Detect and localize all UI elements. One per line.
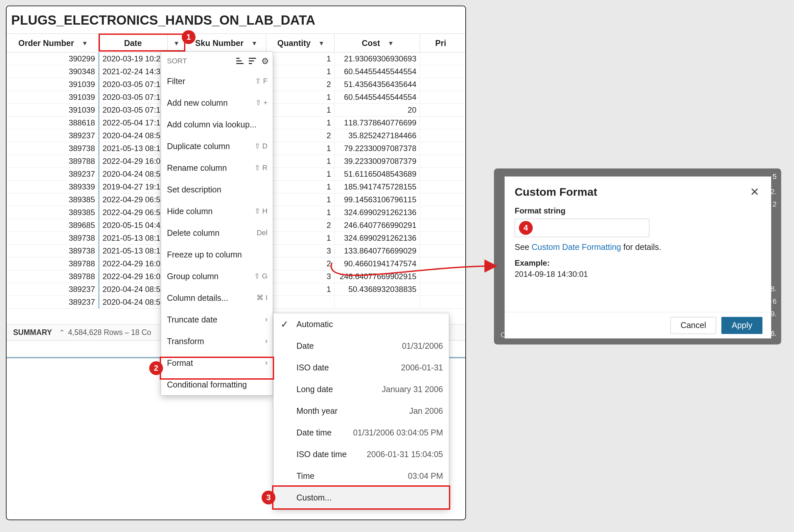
cell-qty: 1 xyxy=(266,117,335,129)
cell-price xyxy=(420,258,461,270)
col-cost[interactable]: Cost ▾ xyxy=(335,34,420,52)
cell-order: 389738 xyxy=(6,245,98,257)
chevron-up-icon[interactable]: ⌃ xyxy=(59,328,65,336)
cell-date: 2021-05-13 08:12 xyxy=(98,232,168,244)
sort-asc-icon[interactable] xyxy=(236,57,244,65)
cell-cost: 60.54455445544554 xyxy=(335,65,420,78)
menu-format[interactable]: Format › xyxy=(161,352,273,374)
submenu-month-year[interactable]: Month year Jan 2006 xyxy=(273,400,449,422)
submenu-iso-date[interactable]: ISO date 2006-01-31 xyxy=(273,357,449,378)
cell-qty: 2 xyxy=(266,129,335,142)
gear-icon[interactable]: ⚙ xyxy=(261,56,269,66)
menu-freeze-label: Freeze up to column xyxy=(167,250,242,260)
cell-qty: 1 xyxy=(266,168,335,180)
col-price[interactable]: Pri xyxy=(420,34,461,52)
cell-order: 389788 xyxy=(6,258,98,270)
menu-delete[interactable]: Delete column Del xyxy=(161,222,273,244)
cell-qty: 2 xyxy=(266,219,335,231)
submenu-isodt-label: ISO date time xyxy=(296,450,347,459)
menu-details[interactable]: Column details... ⌘ I xyxy=(161,287,273,309)
cancel-button[interactable]: Cancel xyxy=(670,317,717,334)
cell-date: 2019-04-27 19:12 xyxy=(98,180,168,193)
kb-shortcut: ⇧ G xyxy=(254,272,267,281)
chevron-down-icon[interactable]: ▾ xyxy=(175,39,178,47)
submenu-custom-label: Custom... xyxy=(296,493,332,502)
menu-truncate-date[interactable]: Truncate date › xyxy=(161,309,273,330)
col-quantity[interactable]: Quantity ▾ xyxy=(266,34,335,52)
cell-price xyxy=(420,65,461,78)
dialog-hint: See Custom Date Formatting for details. xyxy=(515,242,761,252)
menu-truncate-label: Truncate date xyxy=(167,315,217,324)
menu-duplicate[interactable]: Duplicate column ⇧ D xyxy=(161,135,273,157)
menu-duplicate-label: Duplicate column xyxy=(167,141,230,151)
summary-label: SUMMARY xyxy=(13,328,52,337)
cell-order: 389237 xyxy=(6,129,98,142)
menu-transform[interactable]: Transform › xyxy=(161,330,273,352)
menu-details-label: Column details... xyxy=(167,293,228,303)
sort-desc-icon[interactable] xyxy=(249,57,257,65)
apply-button[interactable]: Apply xyxy=(721,317,762,334)
cell-qty: 1 xyxy=(266,206,335,219)
cell-order: 391039 xyxy=(6,104,98,116)
col-order-number[interactable]: Order Number ▾ xyxy=(6,34,98,52)
menu-filter[interactable]: Filter ⇧ F xyxy=(161,70,273,92)
close-icon[interactable]: ✕ xyxy=(748,185,761,198)
dialog-header: Custom Format ✕ xyxy=(505,177,771,202)
menu-rename[interactable]: Rename column ⇧ R xyxy=(161,157,273,179)
format-string-label: Format string xyxy=(515,206,761,215)
submenu-long-label: Long date xyxy=(296,384,333,394)
docs-link[interactable]: Custom Date Formatting xyxy=(531,242,621,251)
submenu-time-example: 03:04 PM xyxy=(408,471,443,481)
format-string-input[interactable]: 4 xyxy=(515,219,649,237)
chevron-down-icon[interactable]: ▾ xyxy=(83,39,87,47)
cell-price xyxy=(420,232,461,244)
col-date[interactable]: Date xyxy=(98,34,168,52)
cell-price xyxy=(420,219,461,231)
cell-date: 2022-04-29 06:59 xyxy=(98,206,168,219)
cell-qty: 1 xyxy=(266,91,335,103)
check-icon: ✓ xyxy=(281,319,288,330)
cell-cost: 324.6990291262136 xyxy=(335,206,420,219)
cell-price xyxy=(420,142,461,155)
submenu-iso-date-time[interactable]: ISO date time 2006-01-31 15:04:05 xyxy=(273,443,449,465)
submenu-date[interactable]: Date 01/31/2006 xyxy=(273,335,449,357)
menu-add-lookup[interactable]: Add column via lookup... xyxy=(161,114,273,135)
menu-freeze[interactable]: Freeze up to column xyxy=(161,244,273,265)
submenu-automatic[interactable]: ✓ Automatic xyxy=(273,313,449,335)
chevron-down-icon[interactable]: ▾ xyxy=(389,39,392,47)
submenu-automatic-label: Automatic xyxy=(296,320,333,329)
chevron-down-icon[interactable]: ▾ xyxy=(253,39,256,47)
menu-add-column[interactable]: Add new column ⇧ + xyxy=(161,92,273,114)
menu-set-description-label: Set description xyxy=(167,185,221,194)
cell-cost: 20 xyxy=(335,104,420,116)
menu-group[interactable]: Group column ⇧ G xyxy=(161,265,273,287)
cell-price xyxy=(420,283,461,296)
submenu-time[interactable]: Time 03:04 PM xyxy=(273,465,449,487)
menu-filter-label: Filter xyxy=(167,77,185,86)
col-sku[interactable]: Sku Number ▾ xyxy=(185,34,266,52)
summary-text: 4,584,628 Rows – 18 Co xyxy=(68,328,151,337)
format-submenu: ✓ Automatic Date 01/31/2006 ISO date 200… xyxy=(273,313,449,508)
menu-set-description[interactable]: Set description xyxy=(161,179,273,200)
cell-order: 389788 xyxy=(6,155,98,168)
cell-order: 389788 xyxy=(6,270,98,283)
menu-conditional-formatting[interactable]: Conditional formatting xyxy=(161,374,273,395)
cell-order: 390299 xyxy=(6,53,98,65)
cell-date: 2022-04-29 16:00 xyxy=(98,155,168,168)
chevron-down-icon[interactable]: ▾ xyxy=(320,39,323,47)
cell-cost: 246.6407766990291 xyxy=(335,219,420,231)
menu-hide[interactable]: Hide column ⇧ H xyxy=(161,200,273,222)
menu-format-label: Format xyxy=(167,358,193,368)
submenu-time-label: Time xyxy=(296,471,314,481)
cell-order: 389385 xyxy=(6,193,98,206)
cell-price xyxy=(420,117,461,129)
cell-date: 2022-04-29 16:00 xyxy=(98,270,168,283)
submenu-date-time[interactable]: Date time 01/31/2006 03:04:05 PM xyxy=(273,422,449,443)
cell-date: 2020-03-19 10:22 xyxy=(98,53,168,65)
cell-date: 2021-05-13 08:12 xyxy=(98,142,168,155)
kb-shortcut: ⇧ R xyxy=(254,164,267,172)
submenu-dt-example: 01/31/2006 03:04:05 PM xyxy=(353,428,443,437)
submenu-custom[interactable]: Custom... xyxy=(273,487,449,508)
submenu-long-date[interactable]: Long date January 31 2006 xyxy=(273,378,449,400)
cell-cost: 133.8640776699029 xyxy=(335,245,420,257)
